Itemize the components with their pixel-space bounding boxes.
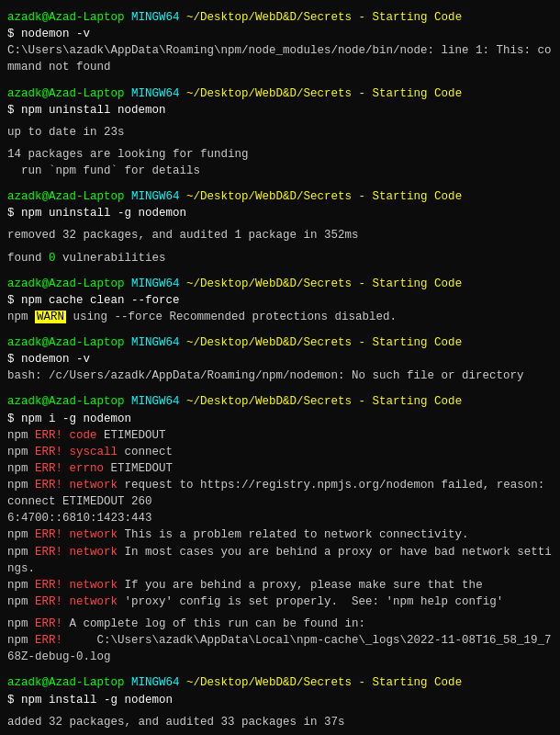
command-line: $ npm i -g nodemon	[7, 411, 553, 427]
prompt-shell: MINGW64	[131, 11, 180, 24]
error-line: npm ERR! A complete log of this run can …	[7, 616, 553, 632]
warn-line: npm WARN using --force Recommended prote…	[7, 309, 553, 325]
prompt-user: azadk@Azad-Laptop	[7, 190, 125, 203]
prompt-user: azadk@Azad-Laptop	[7, 336, 125, 349]
prompt-path: ~/Desktop/WebD&D/Secrets - Starting Code	[186, 336, 462, 349]
command-line: $ nodemon -v	[7, 26, 553, 42]
prompt-user: azadk@Azad-Laptop	[7, 395, 125, 408]
error-line: 6:4700::6810:1423:443	[7, 510, 553, 526]
output-line: found 0 vulnerabilities	[7, 250, 553, 266]
prompt-line: azadk@Azad-Laptop MINGW64 ~/Desktop/WebD…	[7, 85, 553, 102]
command-line: $ npm uninstall -g nodemon	[7, 205, 553, 221]
output-line: bash: /c/Users/azadk/AppData/Roaming/npm…	[7, 368, 553, 384]
error-line: npm ERR! network This is a problem relat…	[7, 526, 553, 543]
error-line: npm ERR! network If you are behind a pro…	[7, 577, 553, 594]
prompt-line: azadk@Azad-Laptop MINGW64 ~/Desktop/WebD…	[7, 393, 553, 410]
prompt-path: ~/Desktop/WebD&D/Secrets - Starting Code	[186, 190, 462, 203]
prompt-path: ~/Desktop/WebD&D/Secrets - Starting Code	[186, 277, 462, 290]
prompt-shell: MINGW64	[131, 190, 180, 203]
prompt-line: azadk@Azad-Laptop MINGW64 ~/Desktop/WebD…	[7, 9, 553, 26]
error-line: npm ERR! network In most cases you are b…	[7, 544, 553, 577]
error-line: npm ERR! errno ETIMEDOUT	[7, 460, 553, 477]
output-line: up to date in 23s	[7, 124, 553, 141]
output-line: 14 packages are looking for funding	[7, 146, 553, 163]
output-line: run `npm fund` for details	[7, 163, 553, 179]
prompt-user: azadk@Azad-Laptop	[7, 11, 125, 24]
prompt-line: azadk@Azad-Laptop MINGW64 ~/Desktop/WebD…	[7, 188, 553, 205]
prompt-user: azadk@Azad-Laptop	[7, 676, 125, 689]
prompt-shell: MINGW64	[131, 277, 180, 290]
prompt-path: ~/Desktop/WebD&D/Secrets - Starting Code	[186, 87, 462, 100]
command-line: $ npm install -g nodemon	[7, 692, 553, 708]
command-line: $ npm cache clean --force	[7, 292, 553, 309]
prompt-shell: MINGW64	[131, 676, 180, 689]
prompt-path: ~/Desktop/WebD&D/Secrets - Starting Code	[186, 11, 462, 24]
error-line: npm ERR! C:\Users\azadk\AppData\Local\np…	[7, 632, 553, 665]
command-line: $ nodemon -v	[7, 351, 553, 368]
output-line: removed 32 packages, and audited 1 packa…	[7, 227, 553, 243]
prompt-user: azadk@Azad-Laptop	[7, 87, 125, 100]
prompt-line: azadk@Azad-Laptop MINGW64 ~/Desktop/WebD…	[7, 674, 553, 691]
warn-badge: WARN	[35, 311, 66, 323]
error-line: npm ERR! network request to https://regi…	[7, 477, 553, 510]
prompt-path: ~/Desktop/WebD&D/Secrets - Starting Code	[186, 395, 462, 408]
prompt-user: azadk@Azad-Laptop	[7, 277, 125, 290]
error-line: npm ERR! code ETIMEDOUT	[7, 427, 553, 444]
prompt-path: ~/Desktop/WebD&D/Secrets - Starting Code	[186, 676, 462, 689]
prompt-shell: MINGW64	[131, 395, 180, 408]
output-line: C:\Users\azadk\AppData\Roaming\npm/node_…	[7, 42, 553, 75]
error-line: npm ERR! network 'proxy' config is set p…	[7, 594, 553, 610]
error-line: npm ERR! syscall connect	[7, 444, 553, 460]
prompt-shell: MINGW64	[131, 336, 180, 349]
output-line: added 32 packages, and audited 33 packag…	[7, 714, 553, 730]
prompt-shell: MINGW64	[131, 87, 180, 100]
prompt-line: azadk@Azad-Laptop MINGW64 ~/Desktop/WebD…	[7, 276, 553, 292]
terminal-window: azadk@Azad-Laptop MINGW64 ~/Desktop/WebD…	[7, 9, 553, 735]
prompt-line: azadk@Azad-Laptop MINGW64 ~/Desktop/WebD…	[7, 334, 553, 351]
command-line: $ npm uninstall nodemon	[7, 102, 553, 119]
